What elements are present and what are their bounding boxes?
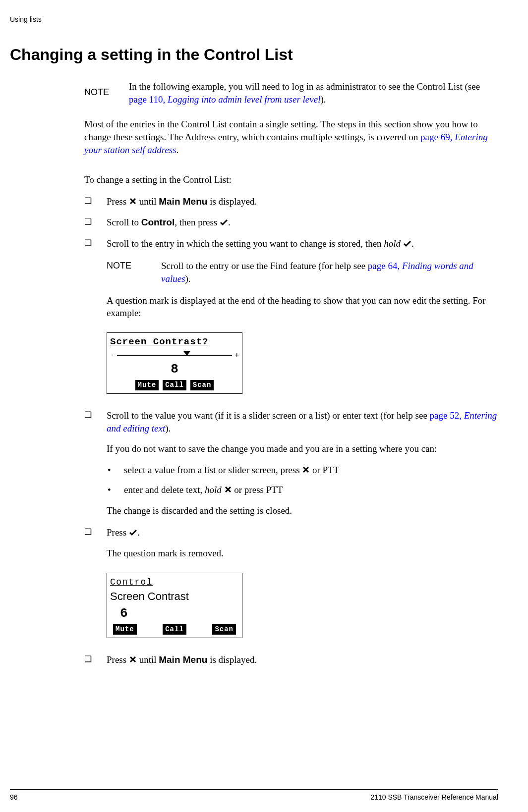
s1-bold: Main Menu bbox=[159, 196, 207, 207]
s4-p3: The change is discarded and the setting … bbox=[107, 504, 498, 517]
link-page-110[interactable]: page 110, bbox=[129, 94, 168, 105]
x-icon bbox=[302, 464, 310, 477]
lcd2-title: Control bbox=[110, 576, 239, 588]
s3-a: Scroll to the entry in which the setting… bbox=[107, 238, 384, 249]
bullet-enter-delete: enter and delete text, hold or press PTT bbox=[107, 484, 498, 497]
link-logging-admin[interactable]: Logging into admin level from user level bbox=[168, 94, 321, 105]
lcd-screen-contrast-edit: Screen Contrast? - + 8 Mute Call Scan bbox=[107, 332, 242, 394]
s1-a: Press bbox=[107, 196, 129, 207]
slider-thumb bbox=[183, 351, 190, 356]
x-icon bbox=[129, 196, 137, 209]
note1-text-a: In the following example, you will need … bbox=[129, 81, 480, 92]
lcd1-title: Screen Contrast? bbox=[110, 336, 239, 349]
link-page-69[interactable]: page 69, bbox=[420, 132, 455, 142]
s6-c: is displayed. bbox=[207, 654, 257, 665]
check-icon bbox=[403, 238, 411, 251]
note-admin: NOTE In the following example, you will … bbox=[84, 80, 498, 106]
s4-bullet-list: select a value from a list or slider scr… bbox=[107, 464, 498, 497]
b2-a: enter and delete text, bbox=[124, 485, 205, 495]
para1-a: Most of the entries in the Control List … bbox=[84, 119, 478, 142]
link-page-52[interactable]: page 52, bbox=[430, 410, 464, 421]
s5-p2: The question mark is removed. bbox=[107, 547, 498, 560]
slider-minus: - bbox=[110, 350, 114, 360]
page-header: Using lists bbox=[10, 15, 498, 24]
note-text: In the following example, you will need … bbox=[129, 80, 498, 106]
lcd-btn-call: Call bbox=[163, 380, 186, 390]
check-icon bbox=[220, 217, 228, 229]
step-4: Scroll to the value you want (if it is a… bbox=[84, 409, 498, 517]
s5-a: Press bbox=[107, 527, 129, 538]
b1-b: or PTT bbox=[310, 465, 339, 475]
s4-a: Scroll to the value you want (if it is a… bbox=[107, 410, 430, 421]
doc-title: 2110 SSB Transceiver Reference Manual bbox=[370, 793, 498, 802]
page-title: Changing a setting in the Control List bbox=[10, 44, 498, 65]
lcd1-value: 8 bbox=[110, 361, 239, 378]
step-2: Scroll to Control, then press . bbox=[84, 216, 498, 229]
s2-c: . bbox=[228, 217, 231, 227]
s3-c: . bbox=[411, 238, 414, 249]
x-icon bbox=[224, 484, 232, 497]
lcd-btn-mute: Mute bbox=[113, 624, 137, 635]
check-icon bbox=[129, 527, 137, 540]
lcd-btn-scan: Scan bbox=[212, 624, 236, 635]
note2-b: ). bbox=[185, 273, 191, 284]
lcd2-subtitle: Screen Contrast bbox=[110, 589, 239, 604]
x-icon bbox=[129, 654, 137, 667]
lcd1-slider: - + bbox=[110, 350, 239, 360]
note-label: NOTE bbox=[84, 80, 129, 98]
step-6: Press until Main Menu is displayed. bbox=[84, 653, 498, 667]
link-page-64[interactable]: page 64, bbox=[368, 261, 402, 271]
s1-b: until bbox=[137, 196, 159, 207]
para1-b: . bbox=[176, 145, 179, 155]
lcd-btn-mute: Mute bbox=[135, 380, 159, 390]
bullet-select-value: select a value from a list or slider scr… bbox=[107, 464, 498, 477]
s2-a: Scroll to bbox=[107, 217, 141, 227]
s3-italic: hold bbox=[384, 238, 401, 249]
s6-bold: Main Menu bbox=[159, 654, 207, 665]
note2-a: Scroll to the entry or use the Find feat… bbox=[161, 261, 368, 271]
s4-p2: If you do not want to save the change yo… bbox=[107, 442, 498, 455]
b2-italic: hold bbox=[205, 485, 222, 495]
s2-bold: Control bbox=[141, 217, 175, 227]
note-find: NOTE Scroll to the entry or use the Find… bbox=[107, 260, 498, 285]
step-3: Scroll to the entry in which the setting… bbox=[84, 237, 498, 402]
page-footer: 96 2110 SSB Transceiver Reference Manual bbox=[10, 789, 498, 802]
s6-a: Press bbox=[107, 654, 129, 665]
s2-b: , then press bbox=[175, 217, 220, 227]
lcd2-footer: Mute Call Scan bbox=[110, 624, 239, 635]
s5-b: . bbox=[137, 527, 140, 538]
steps-list: Press until Main Menu is displayed. Scro… bbox=[84, 195, 498, 667]
lcd2-value: 6 bbox=[110, 605, 239, 622]
step-1: Press until Main Menu is displayed. bbox=[84, 195, 498, 209]
b1-a: select a value from a list or slider scr… bbox=[124, 465, 302, 475]
note1-text-b: ). bbox=[320, 94, 326, 105]
s4-b: ). bbox=[165, 423, 171, 433]
lcd1-footer: Mute Call Scan bbox=[110, 380, 239, 390]
step-5: Press . The question mark is removed. Co… bbox=[84, 526, 498, 646]
lcd-screen-contrast-view: Control Screen Contrast 6 Mute Call Scan bbox=[107, 573, 242, 638]
s1-c: is displayed. bbox=[207, 196, 257, 207]
slider-track bbox=[117, 355, 232, 356]
note-label: NOTE bbox=[107, 260, 161, 271]
b2-c: or press PTT bbox=[232, 485, 283, 495]
s6-b: until bbox=[137, 654, 159, 665]
page-number: 96 bbox=[10, 793, 18, 802]
lcd-btn-scan: Scan bbox=[190, 380, 214, 390]
slider-plus: + bbox=[235, 350, 239, 360]
para-intro: Most of the entries in the Control List … bbox=[84, 118, 498, 156]
s3-para: A question mark is displayed at the end … bbox=[107, 294, 498, 320]
lcd-btn-call: Call bbox=[163, 624, 186, 635]
steps-intro: To change a setting in the Control List: bbox=[84, 173, 498, 186]
note-text: Scroll to the entry or use the Find feat… bbox=[161, 260, 498, 285]
